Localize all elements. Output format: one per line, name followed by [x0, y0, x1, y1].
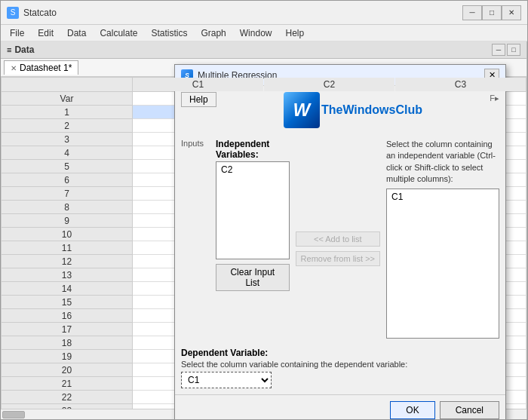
- right-listbox-item[interactable]: C1: [388, 191, 497, 203]
- minimize-button[interactable]: ─: [462, 5, 482, 20]
- multiple-regression-dialog: S Multiple Regression ✕ Help W TheWi: [174, 64, 506, 419]
- maximize-button[interactable]: □: [482, 5, 502, 20]
- independent-vars-listbox[interactable]: C2: [216, 161, 290, 259]
- row-number: 22: [2, 391, 133, 404]
- menu-help[interactable]: Help: [279, 26, 310, 40]
- menu-window[interactable]: Window: [234, 26, 278, 40]
- independent-vars-label: Independent Variables:: [216, 139, 290, 160]
- menu-bar: File Edit Data Calculate Statistics Grap…: [1, 25, 527, 41]
- panel-maximize-btn[interactable]: □: [507, 44, 520, 56]
- content-area: ≡ Data ─ □ ✕ Datasheet 1*: [1, 41, 527, 419]
- dependent-var-select[interactable]: C1 C2 C3: [181, 372, 272, 388]
- col-header-c3: C3: [395, 78, 526, 92]
- right-listbox[interactable]: C1: [386, 189, 499, 339]
- panel-minimize-btn[interactable]: ─: [492, 44, 505, 56]
- logo-icon: W: [284, 92, 320, 128]
- title-bar-controls: ─ □ ✕: [462, 5, 521, 20]
- app-icon: S: [7, 7, 19, 19]
- menu-data[interactable]: Data: [61, 26, 92, 40]
- scroll-thumb[interactable]: [2, 411, 25, 418]
- row-number: 5: [2, 160, 133, 173]
- row-number: 1: [2, 106, 133, 119]
- row-number: 12: [2, 255, 133, 268]
- row-number: 23: [2, 404, 133, 409]
- row-number: 7: [2, 187, 133, 201]
- menu-statistics[interactable]: Statistics: [145, 26, 193, 40]
- logo-area: W TheWindowsClub: [284, 92, 422, 128]
- menu-graph[interactable]: Graph: [195, 26, 232, 40]
- row-number: 18: [2, 336, 133, 350]
- dependent-var-label: Dependent Variable:: [181, 348, 499, 358]
- col-header-empty: [2, 78, 133, 92]
- help-button[interactable]: Help: [181, 92, 216, 107]
- remove-from-list-button[interactable]: Remove from list >>: [296, 251, 380, 266]
- title-bar: S Statcato ─ □ ✕: [1, 1, 527, 25]
- left-column: Independent Variables: C2 Clear Input Li…: [216, 136, 290, 339]
- col-header-c2: C2: [264, 78, 395, 92]
- title-bar-left: S Statcato: [7, 7, 57, 19]
- sheet-tab-close[interactable]: ✕: [11, 64, 17, 72]
- indep-listbox-item[interactable]: C2: [218, 164, 287, 176]
- add-to-list-button[interactable]: << Add to list: [296, 231, 380, 247]
- col-header-c1: C1: [133, 78, 264, 92]
- row-number: 16: [2, 309, 133, 323]
- close-button[interactable]: ✕: [502, 5, 521, 20]
- app-title: Statcato: [23, 8, 57, 18]
- row-number: 3: [2, 133, 133, 146]
- clear-btn-row: Clear Input List: [216, 264, 290, 291]
- row-number: 11: [2, 241, 133, 255]
- row-number: 13: [2, 268, 133, 282]
- row-number: 14: [2, 282, 133, 296]
- right-column: Select the column containing an independ…: [386, 136, 499, 339]
- ok-button[interactable]: OK: [390, 401, 434, 419]
- dependent-var-desc: Select the column variable containing th…: [181, 360, 499, 369]
- menu-calculate[interactable]: Calculate: [94, 26, 143, 40]
- panel-title: Data: [14, 44, 34, 55]
- row-number: Var: [2, 92, 133, 106]
- dialog-right-label: F▸: [490, 94, 499, 103]
- clear-input-list-button[interactable]: Clear Input List: [216, 264, 290, 291]
- sheet-tab[interactable]: ✕ Datasheet 1*: [4, 60, 78, 75]
- row-number: 10: [2, 228, 133, 241]
- dialog-body: Help W TheWindowsClub F▸ Inputs: [175, 86, 505, 394]
- main-window: S Statcato ─ □ ✕ File Edit Data Calculat…: [0, 0, 528, 420]
- data-panel-header: ≡ Data ─ □: [1, 41, 526, 59]
- cancel-button[interactable]: Cancel: [440, 401, 499, 419]
- dialog-footer: OK Cancel: [175, 394, 505, 419]
- logo-text: TheWindowsClub: [321, 103, 422, 117]
- row-number: 4: [2, 146, 133, 160]
- panel-icon: ≡: [7, 45, 11, 54]
- row-number: 6: [2, 173, 133, 187]
- row-number: 17: [2, 323, 133, 336]
- inputs-label: Inputs: [181, 136, 210, 339]
- right-description: Select the column containing an independ…: [386, 139, 499, 185]
- menu-edit[interactable]: Edit: [32, 26, 60, 40]
- row-number: 9: [2, 214, 133, 228]
- row-number: 21: [2, 377, 133, 391]
- row-number: 19: [2, 350, 133, 363]
- row-number: 2: [2, 119, 133, 133]
- menu-file[interactable]: File: [4, 26, 30, 40]
- row-number: 8: [2, 201, 133, 214]
- middle-buttons: << Add to list Remove from list >>: [296, 158, 380, 339]
- row-number: 15: [2, 296, 133, 309]
- dep-var-select-row: C1 C2 C3: [181, 372, 499, 388]
- dependent-variable-section: Dependent Variable: Select the column va…: [181, 348, 499, 388]
- sheet-tab-label: Datasheet 1*: [20, 63, 72, 73]
- row-number: 20: [2, 363, 133, 377]
